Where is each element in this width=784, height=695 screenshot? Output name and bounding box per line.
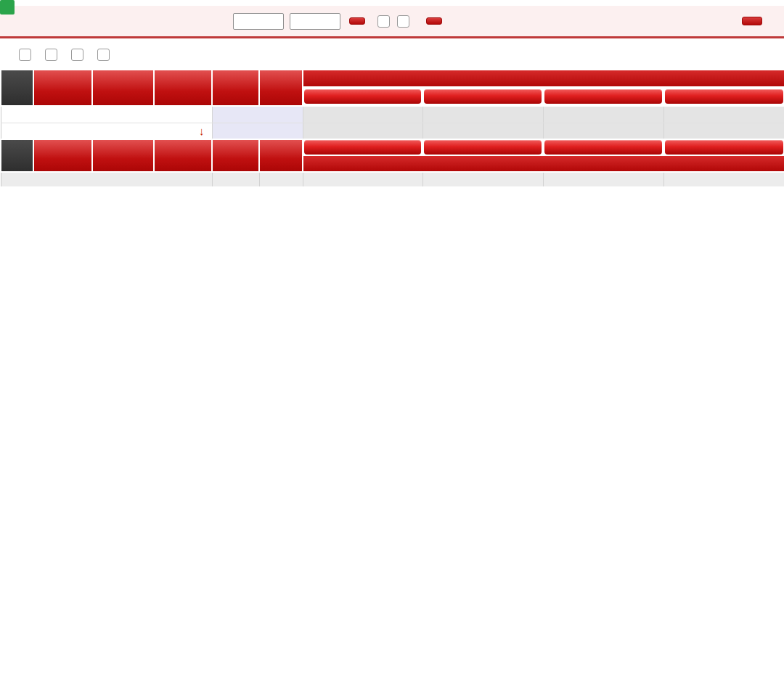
lottery-trend-page: ↓ (0, 0, 784, 695)
filter-button[interactable] (426, 17, 442, 25)
checkbox-no-omission-data[interactable] (19, 49, 31, 61)
period-from-input[interactable] (233, 13, 284, 30)
prediction-row-1 (1, 106, 784, 123)
marker-option-omission-layer (45, 49, 61, 61)
footer-ratio-21-pill (424, 140, 542, 155)
trend-table: ↓ (0, 69, 784, 186)
arrow-down-icon[interactable]: ↓ (199, 126, 205, 136)
prediction-row-1-label (1, 106, 212, 123)
distribution-header (303, 70, 784, 87)
marker-option-polyline (97, 49, 113, 61)
stats-label (1, 172, 212, 186)
ratio-12-pill (544, 89, 662, 104)
checkbox-zu3[interactable] (377, 15, 390, 28)
prediction-row-2-label-cell: ↓ (1, 123, 212, 139)
footer-ratio-12-pill (544, 140, 662, 155)
col-header-ratio (259, 70, 303, 106)
footer-col-seq (1, 139, 33, 172)
footer-col-period (33, 139, 92, 172)
footer-ratio-30-pill (304, 140, 421, 155)
footer-ratio-03-pill (665, 140, 783, 155)
col-header-period[interactable] (33, 70, 92, 106)
footer-ratio-21 (422, 139, 543, 155)
ratio-subheader-30 (303, 87, 422, 106)
stat-ratio-count (259, 172, 303, 186)
footer-col-ratio (259, 139, 303, 172)
footer-ratio-03 (663, 139, 784, 155)
footer-col-test-number (92, 139, 154, 172)
col-header-seq (1, 70, 33, 106)
footer-ratio-12 (543, 139, 663, 155)
prediction-row-2-input[interactable] (212, 123, 303, 139)
prediction-row-2: ↓ (1, 123, 784, 139)
footer-distribution-header (303, 155, 784, 172)
ratio-subheader-03 (663, 87, 784, 106)
advanced-filter-button[interactable] (742, 17, 762, 25)
period-to-input[interactable] (290, 13, 340, 30)
checkbox-polyline[interactable] (97, 49, 110, 61)
footer-col-prize-number (154, 139, 212, 172)
ratio-30-pill (304, 89, 421, 104)
footer-ratio-30 (303, 139, 422, 155)
stat-30-count (303, 172, 422, 186)
col-header-prize-number (154, 70, 212, 106)
marker-option-bar (0, 41, 784, 69)
prediction-row-1-input[interactable] (212, 106, 303, 123)
ratio-subheader-21 (422, 87, 543, 106)
footer-header-row (1, 139, 784, 155)
stat-03-count (663, 172, 784, 186)
form-type-group (374, 15, 413, 28)
ratio-subheader-12 (543, 87, 663, 106)
ratio-03-pill (665, 89, 783, 104)
ratio-21-pill (424, 89, 542, 104)
checkbox-zu6[interactable] (397, 15, 409, 28)
footer-col-type (212, 139, 259, 172)
marker-option-no-omission (19, 49, 35, 61)
col-header-test-number (92, 70, 154, 106)
stat-type-count (212, 172, 259, 186)
top-toolbar (0, 6, 784, 38)
col-header-type (212, 70, 259, 106)
stat-12-count (543, 172, 663, 186)
checkbox-omission-layer[interactable] (45, 49, 57, 61)
search-button[interactable] (349, 17, 365, 25)
stats-row (1, 172, 784, 186)
stat-21-count (422, 172, 543, 186)
checkbox-auxiliary-line[interactable] (71, 49, 83, 61)
marker-option-auxiliary-line (71, 49, 87, 61)
